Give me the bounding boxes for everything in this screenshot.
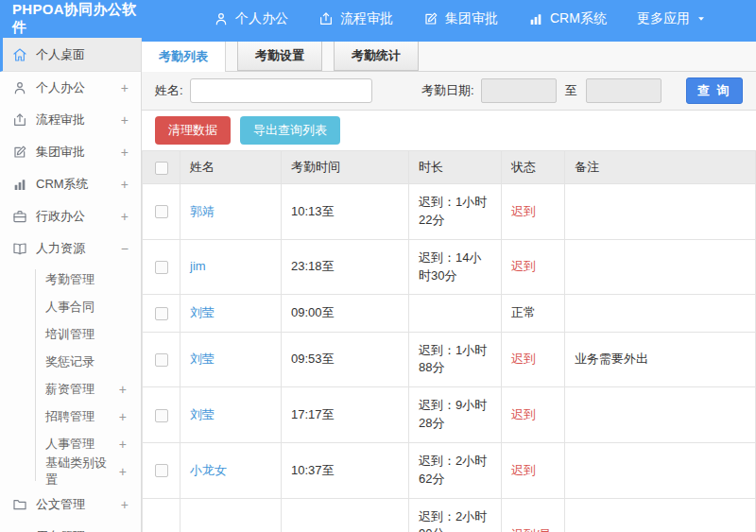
name-link[interactable]: 刘莹 xyxy=(190,407,215,421)
expand-toggle[interactable]: − xyxy=(121,241,129,256)
select-all-checkbox[interactable] xyxy=(155,162,168,175)
sidebar-item-label: 公文管理 xyxy=(36,496,85,513)
sidebar-item-label: CRM系统 xyxy=(36,176,89,193)
time-cell: 10:54至10:54 xyxy=(282,498,409,532)
nav-item[interactable]: 流程审批 xyxy=(318,10,393,27)
attendance-table: 姓名 考勤时间 时长 状态 备注 郭靖10:13至迟到：1小时22分迟到jim2… xyxy=(142,150,756,532)
header-name: 姓名 xyxy=(180,151,282,184)
chart-icon xyxy=(12,177,27,192)
name-input[interactable] xyxy=(190,78,372,103)
flow-icon xyxy=(318,11,334,26)
expand-toggle[interactable]: + xyxy=(119,409,127,424)
sidebar-item[interactable]: 行政办公+ xyxy=(0,200,141,232)
status-cell: 迟到 xyxy=(502,442,565,498)
query-button[interactable]: 查 询 xyxy=(686,77,743,104)
expand-toggle[interactable]: + xyxy=(121,177,129,192)
name-link[interactable]: 小龙女 xyxy=(190,463,227,477)
row-checkbox-cell xyxy=(143,498,180,532)
top-navbar: PHPOA协同办公软件 个人办公流程审批集团审批CRM系统更多应用 xyxy=(0,0,756,38)
sidebar-item[interactable]: 流程审批+ xyxy=(0,104,141,136)
row-checkbox-cell xyxy=(143,442,180,498)
expand-toggle[interactable]: + xyxy=(119,464,127,479)
name-link[interactable]: 郭靖 xyxy=(190,204,215,218)
name-cell: 刘莹 xyxy=(180,387,282,443)
header-remark: 备注 xyxy=(565,151,756,184)
sidebar-subitem[interactable]: 培训管理 xyxy=(0,320,141,348)
nav-item-label: 更多应用 xyxy=(637,10,690,27)
sidebar-item[interactable]: CRM系统+ xyxy=(0,168,141,200)
sidebar-item[interactable]: 人力资源− xyxy=(0,232,141,265)
expand-toggle[interactable]: + xyxy=(121,80,129,95)
name-link[interactable]: 刘莹 xyxy=(190,305,215,319)
sidebar-subitem[interactable]: 基础类别设置+ xyxy=(0,457,141,485)
caret-down-icon xyxy=(696,14,706,24)
row-checkbox[interactable] xyxy=(155,464,168,477)
nav-item[interactable]: 更多应用 xyxy=(637,10,706,27)
expand-toggle[interactable]: + xyxy=(121,112,129,128)
name-field-label: 姓名: xyxy=(155,82,183,99)
sidebar-subitem[interactable]: 奖惩记录 xyxy=(0,348,141,375)
duration-cell: 迟到：1小时22分 xyxy=(409,184,502,240)
expand-toggle[interactable]: + xyxy=(121,145,129,160)
name-cell: jim xyxy=(180,239,282,295)
expand-toggle[interactable]: + xyxy=(119,382,127,397)
topbar-nav: 个人办公流程审批集团审批CRM系统更多应用 xyxy=(214,10,706,27)
name-link[interactable]: jim xyxy=(190,259,206,273)
tab-1[interactable]: 考勤列表 xyxy=(142,42,226,72)
tab-2[interactable]: 考勤设置 xyxy=(237,42,322,71)
remark-cell: 1111 xyxy=(565,498,756,532)
row-checkbox[interactable] xyxy=(155,307,168,320)
sidebar-subitem-label: 基础类别设置 xyxy=(45,455,119,489)
chart-icon xyxy=(528,11,543,26)
date-from-input[interactable] xyxy=(481,78,557,103)
remark-cell: 业务需要外出 xyxy=(565,332,756,387)
table-body: 郭靖10:13至迟到：1小时22分迟到jim23:18至迟到：14小时30分迟到… xyxy=(143,184,756,532)
tab-bar: 考勤列表考勤设置考勤统计 xyxy=(142,42,756,72)
search-form: 姓名: 考勤日期: 至 查 询 xyxy=(142,72,756,111)
sidebar-item[interactable]: 公文管理+ xyxy=(0,489,141,521)
sidebar-item[interactable]: 用车管理+ xyxy=(0,521,141,532)
sidebar-subitem-label: 考勤管理 xyxy=(45,271,94,288)
sidebar-subitem-label: 人事合同 xyxy=(45,299,94,316)
row-checkbox[interactable] xyxy=(155,353,168,367)
sidebar-item[interactable]: 个人办公+ xyxy=(0,72,141,104)
name-link[interactable]: 刘莹 xyxy=(190,352,215,366)
clear-data-button[interactable]: 清理数据 xyxy=(155,116,231,145)
header-time: 考勤时间 xyxy=(282,151,409,184)
export-list-button[interactable]: 导出查询列表 xyxy=(240,116,340,145)
nav-item[interactable]: 集团审批 xyxy=(423,10,498,27)
duration-cell xyxy=(409,295,502,332)
expand-toggle[interactable]: + xyxy=(121,209,129,224)
sidebar-item-label: 用车管理 xyxy=(36,528,85,532)
sidebar-subitem[interactable]: 薪资管理+ xyxy=(0,375,141,403)
time-cell: 09:00至 xyxy=(282,295,409,332)
nav-item-label: CRM系统 xyxy=(550,10,607,27)
sidebar-subitem[interactable]: 考勤管理 xyxy=(0,266,141,293)
row-checkbox[interactable] xyxy=(155,261,168,274)
sidebar-subitem[interactable]: 招聘管理+ xyxy=(0,403,141,430)
time-cell: 10:13至 xyxy=(282,184,409,240)
table-row: 刘莹17:17至迟到：9小时28分迟到 xyxy=(143,387,756,443)
time-cell: 17:17至 xyxy=(282,387,409,443)
tab-3[interactable]: 考勤统计 xyxy=(334,42,419,71)
expand-toggle[interactable]: + xyxy=(121,497,129,512)
expand-toggle[interactable]: + xyxy=(119,437,127,452)
remark-cell xyxy=(565,239,756,295)
nav-item[interactable]: 个人办公 xyxy=(214,10,288,27)
sidebar-subitem[interactable]: 人事合同 xyxy=(0,293,141,320)
row-checkbox-cell xyxy=(143,332,180,387)
sidebar-item[interactable]: 集团审批+ xyxy=(0,136,141,168)
row-checkbox[interactable] xyxy=(155,409,168,422)
attendance-table-wrap: 姓名 考勤时间 时长 状态 备注 郭靖10:13至迟到：1小时22分迟到jim2… xyxy=(142,150,756,532)
nav-item-label: 个人办公 xyxy=(235,10,288,27)
nav-item[interactable]: CRM系统 xyxy=(528,10,607,27)
sidebar-item[interactable]: 个人桌面 xyxy=(0,38,141,72)
name-cell: 郭靖 xyxy=(180,184,282,240)
remark-cell xyxy=(565,387,756,443)
sidebar-item-label: 流程审批 xyxy=(36,112,85,129)
status-cell: 迟到/早退 xyxy=(502,498,565,532)
row-checkbox[interactable] xyxy=(155,205,168,218)
name-cell: 小龙女 xyxy=(180,442,282,498)
table-row: 小龙女10:37至迟到：2小时62分迟到 xyxy=(143,442,756,498)
date-to-input[interactable] xyxy=(586,78,662,103)
